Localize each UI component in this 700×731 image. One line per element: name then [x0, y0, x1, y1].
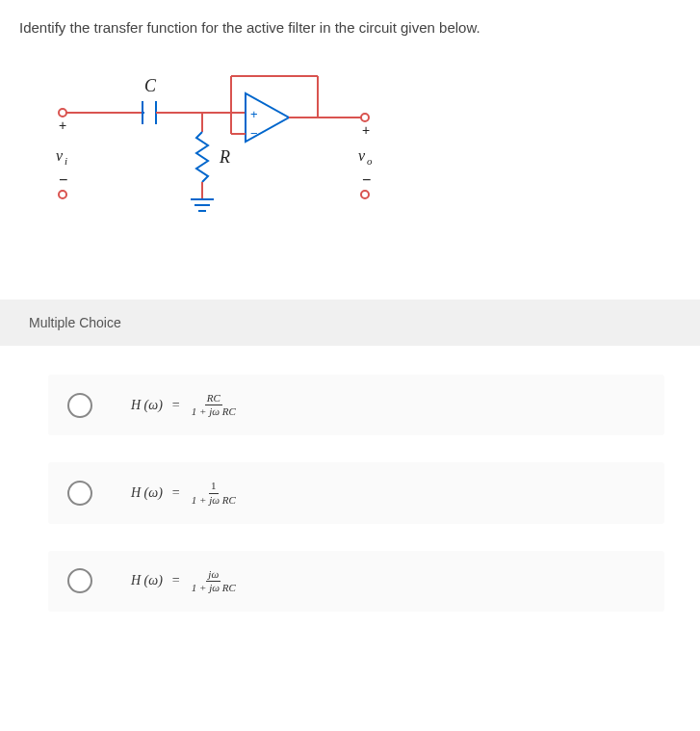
- svg-text:i: i: [65, 155, 67, 167]
- resistor-label: R: [219, 147, 230, 167]
- svg-text:−: −: [59, 171, 67, 188]
- formula-3: H (ω) = jω 1 + jω RC: [131, 568, 238, 594]
- option-3[interactable]: H (ω) = jω 1 + jω RC: [48, 551, 664, 612]
- mc-header: Multiple Choice: [0, 300, 700, 346]
- radio-2[interactable]: [67, 481, 92, 506]
- svg-point-0: [59, 109, 66, 117]
- svg-text:+: +: [250, 107, 258, 121]
- radio-3[interactable]: [67, 568, 92, 593]
- option-2[interactable]: H (ω) = 1 1 + jω RC: [48, 462, 664, 523]
- circuit-diagram: C R + − v i + − +: [19, 65, 681, 300]
- output-label: v: [358, 147, 366, 164]
- svg-point-12: [59, 191, 66, 198]
- svg-point-26: [361, 191, 369, 198]
- radio-1[interactable]: [67, 393, 92, 418]
- svg-text:+: +: [362, 122, 370, 138]
- svg-text:−: −: [362, 171, 371, 188]
- circuit-svg: C R + − v i + − +: [48, 65, 395, 238]
- question-text: Identify the transfer function for the a…: [19, 19, 681, 36]
- option-1[interactable]: H (ω) = RC 1 + jω RC: [48, 375, 664, 435]
- formula-2: H (ω) = 1 1 + jω RC: [131, 480, 238, 506]
- svg-point-25: [361, 114, 369, 121]
- input-label: v: [56, 147, 64, 164]
- capacitor-label: C: [144, 76, 157, 95]
- formula-1: H (ω) = RC 1 + jω RC: [131, 392, 238, 418]
- svg-text:o: o: [367, 155, 373, 167]
- svg-text:−: −: [250, 126, 258, 141]
- svg-text:+: +: [59, 117, 66, 133]
